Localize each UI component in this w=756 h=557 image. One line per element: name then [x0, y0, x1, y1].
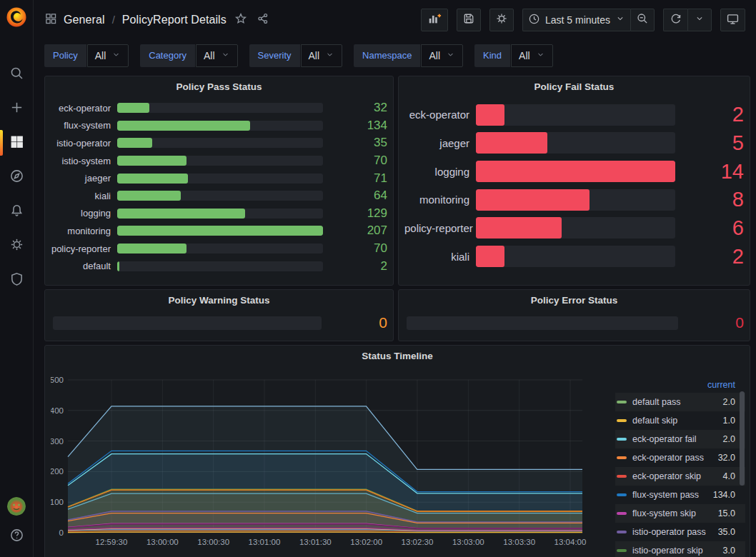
bar-gauge-value: 5	[675, 131, 744, 155]
svg-text:13:04:00: 13:04:00	[554, 538, 587, 546]
breadcrumb-section[interactable]: General	[64, 14, 105, 26]
legend-item[interactable]: flux-system skip15.0	[615, 504, 745, 523]
kiosk-mode-button[interactable]	[720, 9, 745, 31]
zoom-out-button[interactable]	[630, 9, 655, 31]
timeline-chart: 010020030040050012:59:3013:00:0013:00:30…	[51, 371, 595, 554]
legend-item[interactable]: istio-operator pass35.0	[615, 523, 745, 541]
legend-swatch	[617, 549, 627, 552]
legend-scrollbar[interactable]	[740, 391, 745, 486]
variable-value-dropdown[interactable]: All	[421, 44, 463, 67]
refresh-button[interactable]	[663, 9, 687, 31]
legend-series-value: 32.0	[718, 453, 735, 463]
bar-gauge-value: 2	[323, 259, 387, 274]
bar-gauge-value: 70	[323, 241, 387, 256]
variable-value-dropdown[interactable]: All	[511, 44, 553, 67]
bar-gauge-row: 0	[399, 310, 750, 331]
panel-policy-pass-status: Policy Pass Status eck-operator32flux-sy…	[44, 76, 394, 286]
search-icon	[9, 66, 24, 84]
bar-gauge-row: istio-operator35	[51, 136, 387, 150]
sidebar-item-configuration[interactable]	[0, 229, 33, 263]
legend-item[interactable]: eck-operator fail2.0	[615, 430, 745, 448]
legend-series-value: 35.0	[718, 527, 735, 537]
sidebar-item-search[interactable]	[0, 57, 33, 91]
variable-label[interactable]: Kind	[474, 44, 510, 67]
panel-title[interactable]: Policy Fail Status	[399, 76, 750, 96]
bar-gauge-track	[407, 316, 678, 330]
sidebar-item-dashboards[interactable]	[0, 126, 33, 160]
svg-text:300: 300	[51, 437, 64, 446]
grafana-app: General / PolicyReport Details	[0, 0, 756, 557]
dashboard-settings-button[interactable]	[489, 9, 514, 31]
legend-series-value: 1.0	[723, 416, 735, 426]
sidebar-menu	[0, 57, 33, 297]
bar-gauge-row: istio-system70	[51, 154, 387, 168]
variable-label[interactable]: Namespace	[354, 44, 420, 67]
chevron-down-icon	[325, 50, 334, 61]
svg-text:13:01:30: 13:01:30	[299, 538, 332, 546]
legend-sort-header[interactable]: current	[615, 377, 745, 393]
save-dashboard-button[interactable]	[457, 9, 481, 31]
help-button[interactable]	[0, 526, 33, 547]
variable-namespace: NamespaceAll	[354, 44, 463, 67]
legend-swatch	[617, 456, 627, 459]
bar-gauge-value: 8	[675, 188, 744, 211]
legend-item[interactable]: flux-system pass134.0	[615, 486, 745, 504]
clock-icon	[528, 13, 540, 27]
sidebar	[0, 0, 34, 557]
legend-item[interactable]: default skip1.0	[615, 411, 745, 430]
refresh-interval-dropdown[interactable]	[687, 9, 712, 31]
bar-gauge-value: 71	[323, 171, 387, 186]
legend-item[interactable]: default pass2.0	[615, 393, 745, 411]
time-range-label: Last 5 minutes	[545, 14, 610, 26]
variable-label[interactable]: Severity	[249, 44, 300, 67]
legend-series-name: istio-operator pass	[632, 527, 718, 537]
legend-item[interactable]: eck-operator pass32.0	[615, 448, 745, 467]
svg-text:400: 400	[51, 406, 64, 415]
refresh-icon	[670, 12, 682, 27]
sidebar-item-create[interactable]	[0, 91, 33, 126]
variable-label[interactable]: Policy	[44, 44, 86, 67]
bar-gauge-label: logging	[51, 208, 117, 219]
user-avatar[interactable]	[7, 497, 26, 516]
bar-gauge-row: monitoring207	[51, 224, 387, 238]
bar-gauge-label: monitoring	[404, 194, 476, 206]
page-title: PolicyReport Details	[122, 14, 227, 26]
panel-title[interactable]: Policy Pass Status	[45, 76, 393, 96]
timeline-svg[interactable]: 010020030040050012:59:3013:00:0013:00:30…	[51, 371, 595, 551]
grafana-logo[interactable]	[5, 6, 28, 29]
bar-gauge-label: istio-system	[51, 156, 117, 166]
bar-gauge-value: 14	[675, 160, 744, 184]
time-range-picker[interactable]: Last 5 minutes	[522, 9, 630, 31]
bar-gauge-track	[117, 226, 323, 236]
share-dashboard-button[interactable]	[255, 11, 271, 29]
legend-series-name: eck-operator pass	[632, 453, 718, 463]
chevron-down-icon	[221, 50, 230, 61]
bar-gauge-track	[476, 132, 675, 154]
legend-item[interactable]: eck-operator skip4.0	[615, 467, 745, 486]
panel-title[interactable]: Policy Warning Status	[45, 290, 393, 310]
legend-series-value: 2.0	[723, 397, 735, 407]
variable-category: CategoryAll	[140, 44, 237, 67]
bar-gauge-track	[476, 104, 675, 126]
bar-gauge-value: 32	[323, 101, 387, 115]
legend-series-value: 3.0	[723, 546, 735, 556]
star-dashboard-button[interactable]	[233, 11, 249, 29]
monitor-icon	[726, 12, 740, 28]
bar-gauge-row: logging14	[404, 160, 744, 184]
sidebar-item-explore[interactable]	[0, 160, 33, 194]
svg-text:13:02:30: 13:02:30	[402, 538, 434, 546]
sidebar-item-alerting[interactable]	[0, 194, 33, 229]
panel-title[interactable]: Policy Error Status	[399, 290, 750, 310]
sidebar-item-server-admin[interactable]	[0, 263, 33, 297]
variable-value-dropdown[interactable]: All	[196, 44, 238, 67]
bar-gauge-label: default	[51, 261, 117, 271]
bar-gauge-value: 129	[323, 206, 387, 221]
variable-value-dropdown[interactable]: All	[301, 44, 343, 67]
add-panel-button[interactable]	[421, 9, 448, 31]
panel-title[interactable]: Status Timeline	[45, 346, 750, 366]
variable-value-dropdown[interactable]: All	[87, 44, 129, 67]
legend-item[interactable]: istio-operator skip3.0	[615, 541, 745, 557]
bar-gauge-label: jaeger	[51, 173, 117, 184]
variable-label[interactable]: Category	[140, 44, 195, 67]
bar-gauge-value: 2	[675, 245, 744, 269]
